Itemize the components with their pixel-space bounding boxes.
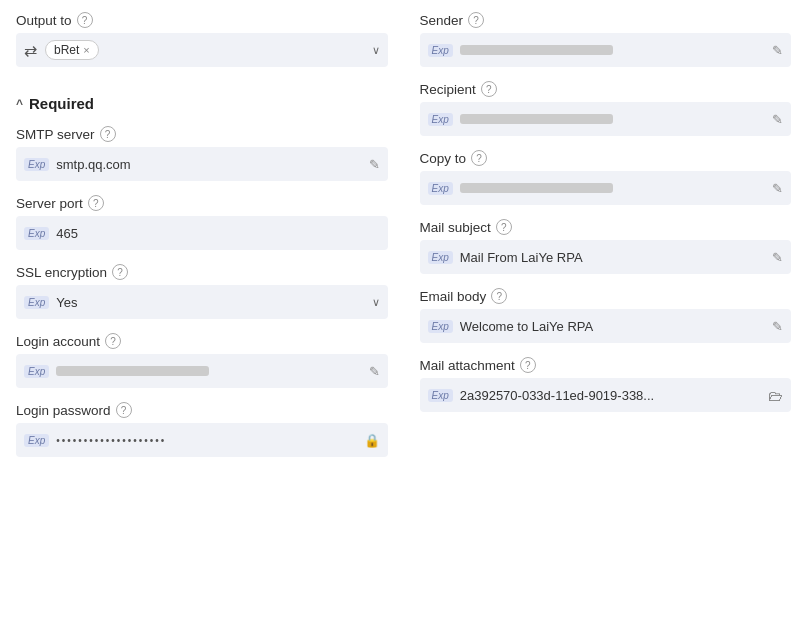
ssl-encryption-label: SSL encryption (16, 265, 107, 280)
mail-attachment-folder-icon[interactable]: 🗁 (768, 387, 783, 404)
mail-subject-value: Mail From LaiYe RPA (460, 250, 766, 265)
mail-attachment-label: Mail attachment (420, 358, 515, 373)
smtp-server-input-row[interactable]: Exp smtp.qq.com ✎ (16, 147, 388, 181)
login-password-input-row[interactable]: Exp •••••••••••••••••••• 🔒 (16, 423, 388, 457)
mail-subject-field: Mail subject ? Exp Mail From LaiYe RPA ✎ (420, 219, 792, 274)
ssl-encryption-input-row[interactable]: Exp Yes ∨ (16, 285, 388, 319)
copy-to-label: Copy to (420, 151, 467, 166)
ssl-encryption-dropdown-icon[interactable]: ∨ (372, 296, 380, 309)
login-account-exp-badge: Exp (24, 365, 49, 378)
email-body-input-row[interactable]: Exp Welcome to LaiYe RPA ✎ (420, 309, 792, 343)
output-to-icon: ⇄ (24, 41, 37, 60)
login-password-label: Login password (16, 403, 111, 418)
sender-input-row[interactable]: Exp @qq.com ✎ (420, 33, 792, 67)
sender-field: Sender ? Exp @qq.com ✎ (420, 12, 792, 67)
sender-exp-badge: Exp (428, 44, 453, 57)
output-to-label: Output to (16, 13, 72, 28)
recipient-field: Recipient ? Exp 1@laiye.com ✎ (420, 81, 792, 136)
copy-to-edit-icon[interactable]: ✎ (772, 181, 783, 196)
mail-attachment-help-icon[interactable]: ? (520, 357, 536, 373)
recipient-help-icon[interactable]: ? (481, 81, 497, 97)
mail-subject-edit-icon[interactable]: ✎ (772, 250, 783, 265)
copy-to-input-row[interactable]: Exp @laiye.com ✎ (420, 171, 792, 205)
smtp-server-exp-badge: Exp (24, 158, 49, 171)
ssl-encryption-value: Yes (56, 295, 365, 310)
smtp-server-value: smtp.qq.com (56, 157, 362, 172)
copy-to-exp-badge: Exp (428, 182, 453, 195)
output-to-help-icon[interactable]: ? (77, 12, 93, 28)
smtp-server-label: SMTP server (16, 127, 95, 142)
sender-edit-icon[interactable]: ✎ (772, 43, 783, 58)
server-port-value: 465 (56, 226, 379, 241)
mail-attachment-value: 2a392570-033d-11ed-9019-338... (460, 388, 762, 403)
output-to-dropdown-icon[interactable]: ∨ (372, 44, 380, 57)
email-body-edit-icon[interactable]: ✎ (772, 319, 783, 334)
mail-subject-help-icon[interactable]: ? (496, 219, 512, 235)
recipient-blurred (460, 114, 613, 124)
copy-to-field: Copy to ? Exp @laiye.com ✎ (420, 150, 792, 205)
email-body-value: Welcome to LaiYe RPA (460, 319, 766, 334)
recipient-input-row[interactable]: Exp 1@laiye.com ✎ (420, 102, 792, 136)
sender-help-icon[interactable]: ? (468, 12, 484, 28)
login-account-help-icon[interactable]: ? (105, 333, 121, 349)
login-account-input-row[interactable]: Exp ✎ (16, 354, 388, 388)
required-header: ^ Required (16, 95, 388, 112)
recipient-exp-badge: Exp (428, 113, 453, 126)
email-body-label: Email body (420, 289, 487, 304)
mail-subject-label: Mail subject (420, 220, 491, 235)
ssl-encryption-help-icon[interactable]: ? (112, 264, 128, 280)
server-port-field: Server port ? Exp 465 (16, 195, 388, 250)
email-body-help-icon[interactable]: ? (491, 288, 507, 304)
recipient-label: Recipient (420, 82, 476, 97)
login-account-edit-icon[interactable]: ✎ (369, 364, 380, 379)
output-to-tag-label: bRet (54, 43, 79, 57)
output-to-tag-close-icon[interactable]: × (83, 44, 89, 56)
mail-subject-input-row[interactable]: Exp Mail From LaiYe RPA ✎ (420, 240, 792, 274)
server-port-input-row[interactable]: Exp 465 (16, 216, 388, 250)
smtp-server-edit-icon[interactable]: ✎ (369, 157, 380, 172)
output-to-tag[interactable]: bRet × (45, 40, 99, 60)
login-password-help-icon[interactable]: ? (116, 402, 132, 418)
recipient-edit-icon[interactable]: ✎ (772, 112, 783, 127)
login-account-field: Login account ? Exp ✎ (16, 333, 388, 388)
copy-to-help-icon[interactable]: ? (471, 150, 487, 166)
smtp-server-field: SMTP server ? Exp smtp.qq.com ✎ (16, 126, 388, 181)
login-account-label: Login account (16, 334, 100, 349)
required-label: Required (29, 95, 94, 112)
server-port-help-icon[interactable]: ? (88, 195, 104, 211)
server-port-exp-badge: Exp (24, 227, 49, 240)
server-port-label: Server port (16, 196, 83, 211)
ssl-encryption-field: SSL encryption ? Exp Yes ∨ (16, 264, 388, 319)
output-to-input-row: ⇄ bRet × ∨ (16, 33, 388, 67)
email-body-exp-badge: Exp (428, 320, 453, 333)
mail-attachment-exp-badge: Exp (428, 389, 453, 402)
email-body-field: Email body ? Exp Welcome to LaiYe RPA ✎ (420, 288, 792, 343)
login-password-value: •••••••••••••••••••• (56, 435, 357, 446)
mail-attachment-field: Mail attachment ? Exp 2a392570-033d-11ed… (420, 357, 792, 412)
sender-label: Sender (420, 13, 464, 28)
login-account-value (56, 366, 209, 376)
login-password-exp-badge: Exp (24, 434, 49, 447)
smtp-server-help-icon[interactable]: ? (100, 126, 116, 142)
mail-attachment-input-row[interactable]: Exp 2a392570-033d-11ed-9019-338... 🗁 (420, 378, 792, 412)
required-caret-icon[interactable]: ^ (16, 97, 23, 111)
mail-subject-exp-badge: Exp (428, 251, 453, 264)
login-password-field: Login password ? Exp •••••••••••••••••••… (16, 402, 388, 457)
login-password-lock-icon[interactable]: 🔒 (364, 433, 380, 448)
ssl-encryption-exp-badge: Exp (24, 296, 49, 309)
sender-blurred (460, 45, 613, 55)
copy-to-blurred (460, 183, 613, 193)
